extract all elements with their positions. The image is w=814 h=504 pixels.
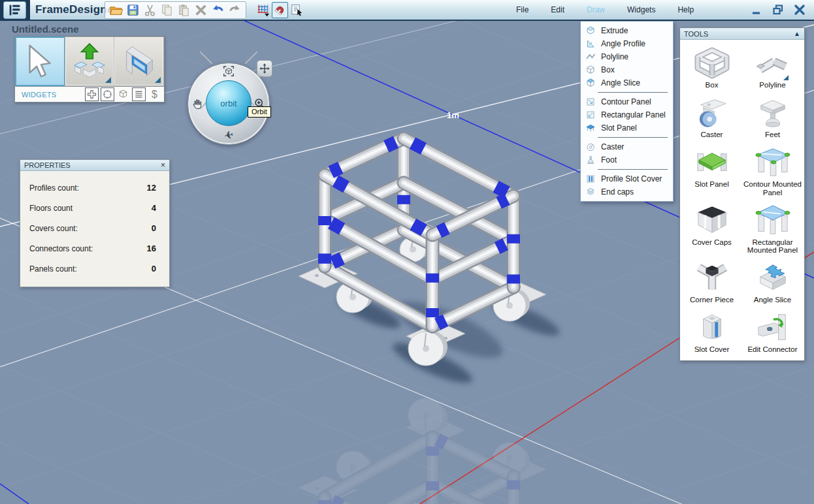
save-button[interactable]	[125, 2, 141, 18]
tool-label: Corner Piece	[690, 296, 734, 304]
minimize-button[interactable]	[748, 2, 764, 18]
tool-contour-mounted-panel-icon	[753, 146, 793, 179]
tool-contour-mounted-panel[interactable]: Contour Mounted Panel	[742, 143, 803, 201]
delete-button[interactable]	[193, 2, 209, 18]
tool-label: Cover Caps	[692, 238, 732, 247]
flyout-corner-icon	[105, 77, 111, 83]
draw-menu-item-foot[interactable]: Foot	[581, 153, 673, 166]
tool-feet[interactable]: Feet	[742, 93, 803, 143]
tool-caster[interactable]: Caster	[681, 93, 742, 143]
fit-view-icon[interactable]	[221, 64, 236, 78]
property-label: Floors count	[29, 204, 152, 213]
close-button[interactable]	[791, 2, 807, 18]
tool-label: Slot Cover	[694, 345, 730, 354]
collapse-icon[interactable]: ▲	[794, 31, 800, 37]
tool-label: Edit Connector	[747, 345, 797, 354]
tool-edit-connector[interactable]: Edit Connector	[742, 308, 803, 358]
tool-angle-slice-icon	[753, 262, 793, 294]
tool-rectangular-mounted-panel[interactable]: Rectangular Mounted Panel	[742, 201, 803, 259]
tool-label: Rectangular Mounted Panel	[743, 238, 802, 255]
tool-slot-cover[interactable]: Slot Cover	[681, 308, 742, 358]
magnet-snap-button[interactable]	[272, 2, 288, 18]
menu-draw[interactable]: Draw	[587, 5, 605, 14]
tool-polyline[interactable]: Polyline	[742, 44, 803, 93]
redo-button[interactable]	[227, 2, 243, 18]
cube-widget-button[interactable]	[116, 87, 130, 101]
tool-rectangular-mounted-panel-icon	[753, 204, 793, 237]
viewport-canvas[interactable]: 1m Untitled.scene WIDGETS $ orbit	[0, 21, 814, 504]
menu-edit[interactable]: Edit	[551, 5, 564, 14]
fly-plane-icon[interactable]: ✈	[221, 128, 236, 142]
draw-menu-item-slot-panel[interactable]: Slot Panel	[581, 121, 673, 134]
extrude-tool-button[interactable]	[65, 37, 114, 86]
properties-header[interactable]: PROPERTIES ×	[20, 160, 169, 171]
titlebar: FrameDesigner FileEditDrawWidgetsHelp	[0, 0, 814, 21]
pan-hand-icon[interactable]	[190, 97, 204, 111]
select-object-button[interactable]	[289, 2, 305, 18]
tool-slot-panel[interactable]: Slot Panel	[681, 143, 742, 201]
app-icon-block	[0, 0, 30, 20]
paste-button[interactable]	[176, 2, 192, 18]
tool-label: Box	[706, 81, 719, 89]
widgets-palette: WIDGETS $	[14, 36, 165, 102]
widget-toggle-buttons: $	[83, 87, 161, 101]
draw-menu-item-polyline[interactable]: Polyline	[581, 50, 673, 63]
properties-body: Profiles count:12Floors count4Covers cou…	[20, 171, 169, 287]
draw-menu-item-caster[interactable]: Caster	[581, 140, 673, 153]
tool-corner-piece[interactable]: Corner Piece	[681, 259, 742, 308]
angle-slice-menu-icon	[585, 78, 596, 89]
property-row: Connectors count:16	[20, 238, 169, 259]
menu-widgets[interactable]: Widgets	[627, 5, 655, 14]
move-widget-button[interactable]	[85, 87, 99, 101]
flyout-corner-icon	[155, 77, 161, 83]
copy-button[interactable]	[159, 2, 175, 18]
menu-file[interactable]: File	[516, 5, 529, 14]
orbit-widget-button[interactable]	[101, 87, 114, 101]
draw-menu-item-box[interactable]: Box	[581, 63, 673, 76]
widgets-label: WIDGETS	[18, 91, 83, 99]
menu-separator	[598, 92, 668, 93]
tool-cover-caps[interactable]: Cover Caps	[681, 201, 742, 259]
close-icon[interactable]: ×	[161, 161, 165, 169]
tools-title: TOOLS	[684, 30, 794, 38]
foot-menu-icon	[585, 155, 596, 166]
select-tool-button[interactable]	[16, 37, 65, 86]
draw-menu-item-label: Angle Slice	[601, 78, 640, 87]
draw-menu-item-profile-slot-cover[interactable]: Profile Slot Cover	[581, 172, 673, 185]
price-widget-button[interactable]: $	[148, 87, 161, 101]
tools-header[interactable]: TOOLS ▲	[680, 28, 804, 40]
undo-button[interactable]	[210, 2, 226, 18]
orbit-tooltip: Orbit	[248, 106, 271, 118]
draw-menu-item-end-caps[interactable]: End caps	[581, 185, 673, 198]
cut-button[interactable]	[142, 2, 158, 18]
scene-name-label: Untitled.scene	[12, 24, 79, 35]
draw-menu-item-extrude[interactable]: Extrude	[581, 24, 673, 37]
draw-menu-item-contour-panel[interactable]: Contour Panel	[581, 95, 673, 108]
draw-menu-item-rectangular-panel[interactable]: Rectangular Panel	[581, 108, 673, 121]
draw-menu-item-angle-profile[interactable]: Angle Profile	[581, 37, 673, 50]
grid-snap-button[interactable]	[255, 2, 271, 18]
menu-help[interactable]: Help	[677, 5, 694, 14]
orbit-navigation-widget[interactable]: orbit ✈	[187, 63, 270, 145]
property-label: Panels count:	[29, 264, 152, 274]
end-caps-menu-icon	[585, 187, 596, 198]
angle-profile-tool-button[interactable]	[114, 37, 163, 86]
model-reflection	[299, 398, 546, 504]
tool-box[interactable]: Box	[681, 44, 742, 93]
restore-button[interactable]	[770, 2, 786, 18]
orbit-sphere-button[interactable]: orbit	[206, 80, 252, 126]
draw-menu-item-angle-slice[interactable]: Angle Slice	[581, 76, 673, 89]
window-controls	[748, 0, 807, 20]
app-menu-icon[interactable]	[3, 1, 26, 19]
pan-tab[interactable]	[257, 60, 272, 77]
open-button[interactable]	[108, 2, 124, 18]
tool-feet-icon	[753, 97, 793, 129]
tool-angle-slice[interactable]: Angle Slice	[742, 259, 803, 308]
draw-menu-item-label: Foot	[601, 155, 617, 165]
draw-dropdown-menu: ExtrudeAngle ProfilePolylineBoxAngle Sli…	[580, 21, 674, 202]
tool-slot-panel-icon	[692, 146, 732, 179]
draw-menu-item-label: Rectangular Panel	[601, 110, 666, 119]
property-row: Floors count4	[20, 198, 169, 218]
frame-model[interactable]	[299, 138, 546, 366]
list-widget-button[interactable]	[132, 87, 146, 101]
